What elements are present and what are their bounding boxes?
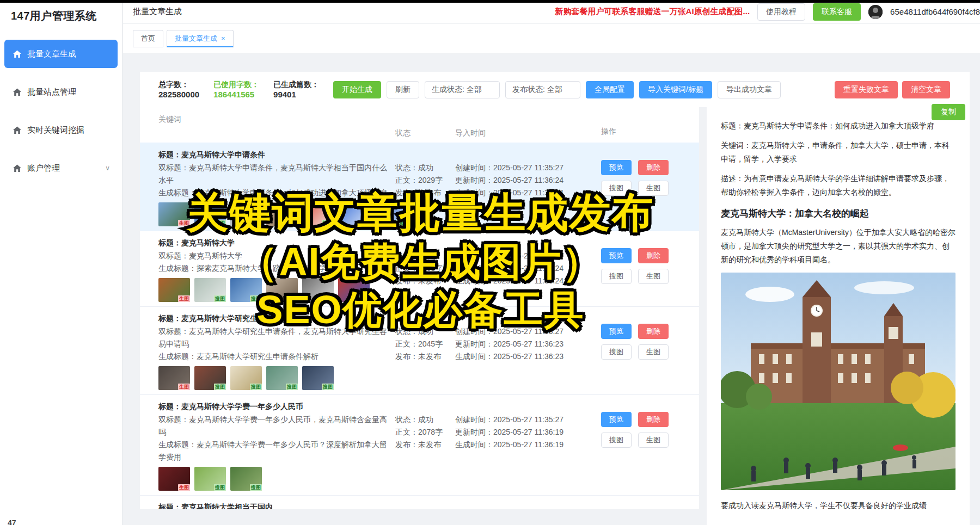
article-double-title: 双标题：麦克马斯特大学研究生申请条件，麦克马斯特大学研究生容易申请吗 — [158, 325, 388, 350]
searched-image-badge: 搜图 — [214, 295, 226, 302]
export-articles-button[interactable]: 导出成功文章 — [718, 81, 781, 98]
promo-notice[interactable]: 新购套餐用户可联系客服赠送一万张AI原创生成配图... — [555, 7, 750, 17]
keyword-cell: 标题：麦克马斯特大学学费一年多少人民币 双标题：麦克马斯特大学学费一年多少人民币… — [158, 400, 395, 491]
table-row[interactable]: 标题：麦克马斯特大学 双标题：麦克马斯特大学 生成标题：探索麦克马斯特大学：跻身… — [140, 231, 699, 306]
sidebar-item-keyword-mining[interactable]: 实时关键词挖掘 — [4, 116, 118, 144]
tutorial-button[interactable]: 使用教程 — [757, 3, 805, 21]
import-keywords-button[interactable]: 导入关键词/标题 — [639, 81, 712, 98]
preview-button[interactable]: 预览 — [601, 160, 632, 175]
column-header-import-time: 导入时间 — [455, 115, 601, 138]
searched-image-badge: 搜图 — [250, 220, 262, 226]
search-image-button[interactable]: 搜图 — [601, 181, 632, 196]
generate-image-button[interactable]: 生图 — [638, 181, 669, 196]
article-thumbnail[interactable]: 生图 — [158, 366, 190, 390]
search-image-button[interactable]: 搜图 — [601, 433, 632, 448]
copy-button[interactable]: 复制 — [932, 104, 965, 120]
article-thumbnail[interactable]: 搜图 — [230, 202, 262, 226]
generated-image-badge: 生图 — [178, 220, 190, 226]
column-header-status: 状态 — [395, 115, 455, 138]
article-thumbnail[interactable]: 搜图 — [266, 366, 298, 390]
status-cell: 状态：成功 正文：1957字 发布：未发布 — [395, 501, 455, 509]
row-status: 状态：成功 — [395, 413, 455, 426]
tab-home[interactable]: 首页 — [133, 30, 163, 47]
searched-image-badge: 搜图 — [214, 384, 226, 390]
row-updated-time: 更新时间：2025-05-27 11:36:24 — [455, 262, 601, 275]
preview-button[interactable]: 预览 — [601, 324, 632, 339]
search-image-button[interactable]: 搜图 — [601, 344, 632, 360]
close-icon[interactable]: × — [221, 34, 225, 42]
search-image-button[interactable]: 搜图 — [601, 269, 632, 284]
article-thumbnail[interactable]: 搜图 — [194, 202, 226, 226]
delete-button[interactable]: 删除 — [638, 412, 669, 427]
reset-failed-button[interactable]: 重置失败文章 — [835, 81, 898, 98]
article-thumbnail[interactable]: 搜图 — [194, 467, 226, 491]
stat-value: 99401 — [273, 89, 319, 100]
searched-image-badge: 搜图 — [214, 484, 226, 491]
tab-label: 批量文章生成 — [175, 34, 217, 44]
generate-image-button[interactable]: 生图 — [638, 433, 669, 448]
generate-status-select[interactable]: 生成状态: 全部 — [425, 81, 500, 98]
top-black-strip — [0, 0, 980, 3]
delete-button[interactable]: 删除 — [638, 324, 669, 339]
table-row[interactable]: 标题：麦克马斯特大学学费一年多少人民币 双标题：麦克马斯特大学学费一年多少人民币… — [140, 394, 699, 495]
row-created-time: 创建时间：2025-05-27 11:35:27 — [455, 162, 601, 174]
article-generated-title: 生成标题：麦克马斯特大学学费一年多少人民币？深度解析加拿大留学费用 — [158, 438, 388, 464]
article-thumbnail[interactable]: 搜图 — [230, 278, 262, 302]
stat-total-words: 总字数： 282580000 — [158, 79, 199, 100]
article-thumbnail[interactable]: 搜图 — [338, 202, 370, 226]
article-thumbnail[interactable]: 搜图 — [230, 366, 262, 390]
searched-image-badge: 搜图 — [250, 295, 262, 302]
publish-status-select[interactable]: 发布状态: 全部 — [505, 81, 580, 98]
delete-button[interactable]: 删除 — [638, 248, 669, 263]
row-publish-state: 发布：未发布 — [395, 350, 455, 363]
article-thumbnail[interactable]: 生图 — [158, 202, 190, 226]
delete-button[interactable]: 删除 — [638, 160, 669, 175]
tab-batch-article[interactable]: 批量文章生成 × — [167, 30, 234, 47]
article-thumbnail[interactable]: 搜图 — [230, 467, 262, 491]
global-config-button[interactable]: 全局配置 — [586, 81, 634, 98]
generated-image-badge: 生图 — [178, 384, 190, 390]
start-generate-button[interactable]: 开始生成 — [333, 81, 381, 98]
article-title: 标题：麦克马斯特大学研究生申请条件 — [158, 312, 388, 325]
generate-image-button[interactable]: 生图 — [638, 269, 669, 284]
clear-articles-button[interactable]: 清空文章 — [902, 81, 950, 98]
user-id[interactable]: 65e4811dfb644f690f4cf8 — [890, 7, 980, 16]
article-thumbnail[interactable]: 搜图 — [266, 202, 298, 226]
sidebar-item-batch-article[interactable]: 批量文章生成 — [4, 40, 118, 68]
contact-support-button[interactable]: 联系客服 — [813, 3, 861, 21]
preview-button[interactable]: 预览 — [601, 248, 632, 263]
article-thumbnail[interactable]: 搜图 — [266, 278, 298, 302]
row-word-count: 正文：2029字 — [395, 174, 455, 187]
article-double-title: 双标题：麦克马斯特大学申请条件，麦克马斯特大学相当于国内什么水平 — [158, 162, 388, 187]
content-area: 总字数： 282580000 已使用字数： 186441565 已生成篇数： 9… — [123, 54, 980, 525]
column-header-operations: 操作 — [601, 115, 681, 138]
sidebar-item-batch-site[interactable]: 批量站点管理 — [4, 78, 118, 106]
article-thumbnail[interactable]: 生图 — [158, 467, 190, 491]
keyword-cell: 标题：麦克马斯特大学申请条件 双标题：麦克马斯特大学申请条件，麦克马斯特大学相当… — [158, 148, 395, 226]
table-row[interactable]: 标题：麦克马斯特大学相当于国内 双标题：麦克马斯特大学相当于国内，麦克马斯特大学… — [140, 495, 699, 509]
table-row[interactable]: 标题：麦克马斯特大学申请条件 双标题：麦克马斯特大学申请条件，麦克马斯特大学相当… — [140, 143, 699, 231]
article-thumbnail[interactable]: 搜图 — [194, 366, 226, 390]
preview-button[interactable]: 预览 — [601, 412, 632, 427]
article-thumbnail[interactable]: 搜图 — [338, 278, 370, 302]
article-thumbnail[interactable]: 搜图 — [194, 278, 226, 302]
tab-label: 首页 — [141, 34, 155, 44]
article-thumbnail[interactable]: 搜图 — [302, 202, 334, 226]
searched-image-badge: 搜图 — [322, 295, 334, 302]
generate-image-button[interactable]: 生图 — [638, 344, 669, 360]
avatar[interactable] — [868, 5, 883, 19]
article-thumbnail[interactable]: 搜图 — [302, 278, 334, 302]
sidebar-item-account[interactable]: 账户管理 ∨ — [4, 154, 118, 182]
article-double-title: 双标题：麦克马斯特大学学费一年多少人民币，麦克马斯特含金量高吗 — [158, 413, 388, 438]
danger-actions: 重置失败文章 清空文章 — [835, 81, 961, 98]
article-thumbnail[interactable]: 生图 — [158, 278, 190, 302]
table-row[interactable]: 标题：麦克马斯特大学研究生申请条件 双标题：麦克马斯特大学研究生申请条件，麦克马… — [140, 306, 699, 394]
searched-image-badge: 搜图 — [394, 220, 406, 226]
article-thumbnail[interactable]: 搜图 — [302, 366, 334, 390]
article-thumbnail[interactable]: 搜图 — [374, 202, 406, 226]
row-publish-state: 发布：未发布 — [395, 275, 455, 287]
refresh-button[interactable]: 刷新 — [387, 81, 419, 98]
searched-image-badge: 搜图 — [250, 384, 262, 390]
thumbnail-strip: 生图搜图搜图搜图搜图 — [158, 366, 388, 390]
searched-image-badge: 搜图 — [214, 220, 226, 226]
